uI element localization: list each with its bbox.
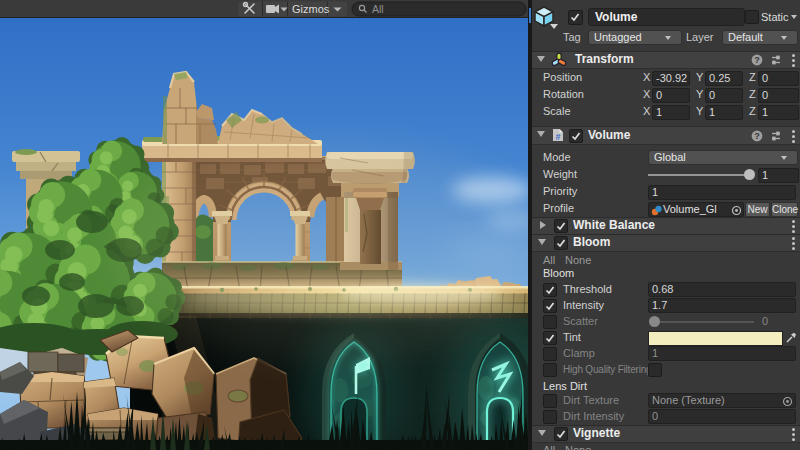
svg-text:?: ? [754, 55, 760, 65]
svg-text:Gizmos: Gizmos [292, 3, 330, 15]
svg-text:#: # [555, 132, 560, 142]
svg-text:All: All [372, 3, 384, 15]
svg-text:?: ? [754, 131, 760, 141]
